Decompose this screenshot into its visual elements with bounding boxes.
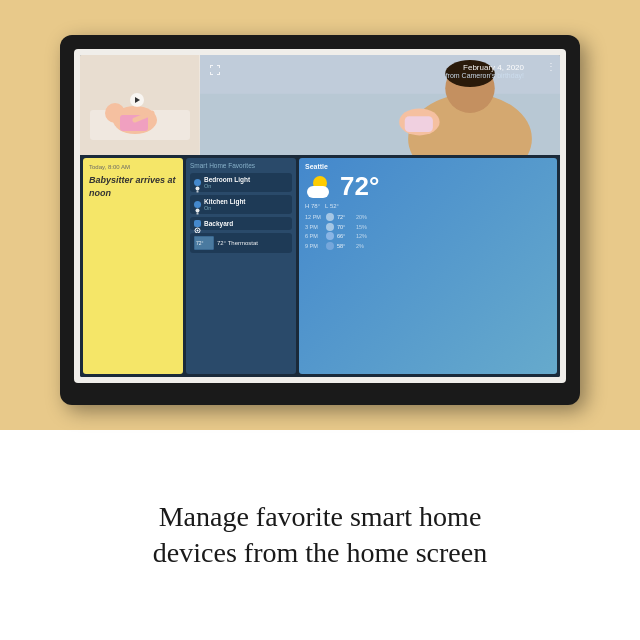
- backyard-camera-device[interactable]: Backyard: [190, 217, 292, 230]
- page-container: February 4, 2020 from Cameron's birthday…: [0, 0, 640, 640]
- smart-home-widget[interactable]: Smart Home Favorites: [186, 158, 296, 374]
- headline-line2: devices from the home screen: [153, 537, 487, 568]
- bottom-headline: Manage favorite smart home devices from …: [153, 499, 487, 572]
- photo-date-text: February 4, 2020: [446, 63, 524, 72]
- photo-baby: [80, 55, 200, 155]
- smart-home-title: Smart Home Favorites: [190, 162, 292, 169]
- photo-date-sub: from Cameron's birthday!: [446, 72, 524, 79]
- forecast-temp-2: 70°: [337, 224, 353, 230]
- weather-widget[interactable]: Seattle 72° H 78°: [299, 158, 557, 374]
- weather-city: Seattle: [305, 163, 551, 170]
- forecast-icon-1: [326, 213, 334, 221]
- forecast-temp-1: 72°: [337, 214, 353, 220]
- weather-range: H 78° L 52°: [305, 203, 551, 209]
- weather-icon: [305, 174, 335, 198]
- device-screen: February 4, 2020 from Cameron's birthday…: [80, 55, 560, 377]
- thermostat-label: 72° Thermostat: [217, 240, 258, 246]
- forecast-time-1: 12 PM: [305, 214, 323, 220]
- cloud-icon: [307, 186, 329, 198]
- forecast-precip-2: 15%: [356, 224, 367, 230]
- bottom-section: Manage favorite smart home devices from …: [0, 430, 640, 640]
- forecast-temp-4: 58°: [337, 243, 353, 249]
- photo-strip: February 4, 2020 from Cameron's birthday…: [80, 55, 560, 155]
- forecast-time-3: 6 PM: [305, 233, 323, 239]
- forecast-precip-4: 2%: [356, 243, 364, 249]
- kitchen-light-name: Kitchen Light: [204, 198, 288, 205]
- sticky-note-widget[interactable]: Today, 8:00 AM Babysitter arrives at noo…: [83, 158, 183, 374]
- forecast-icon-2: [326, 223, 334, 231]
- weather-main: 72°: [305, 173, 551, 199]
- expand-icon[interactable]: [210, 61, 220, 79]
- svg-point-15: [196, 209, 200, 213]
- sticky-time: Today, 8:00 AM: [89, 164, 177, 170]
- bedroom-light-info: Bedroom Light On: [204, 176, 288, 189]
- backyard-name: Backyard: [204, 220, 288, 227]
- kitchen-light-icon: [194, 201, 201, 208]
- svg-rect-12: [405, 116, 433, 132]
- forecast-row-4: 9 PM 58° 2%: [305, 242, 551, 250]
- forecast-row-1: 12 PM 72° 20%: [305, 213, 551, 221]
- headline-line1: Manage favorite smart home: [159, 501, 482, 532]
- light-icon: [194, 179, 201, 186]
- forecast-precip-3: 12%: [356, 233, 367, 239]
- thermostat-device[interactable]: 72° 72° Thermostat: [190, 233, 292, 253]
- weather-high: H 78°: [305, 203, 320, 209]
- kitchen-light-status: On: [204, 205, 288, 211]
- sticky-message: Babysitter arrives at noon: [89, 174, 177, 199]
- bedroom-light-status: On: [204, 183, 288, 189]
- top-section: February 4, 2020 from Cameron's birthday…: [0, 0, 640, 430]
- forecast-icon-4: [326, 242, 334, 250]
- thermostat-preview: 72°: [194, 236, 214, 250]
- photo-date: February 4, 2020 from Cameron's birthday…: [446, 63, 524, 79]
- svg-point-13: [196, 187, 200, 191]
- photo-more-icon[interactable]: ⋮: [546, 61, 556, 72]
- svg-point-18: [197, 230, 199, 232]
- forecast-time-4: 9 PM: [305, 243, 323, 249]
- photo-person: February 4, 2020 from Cameron's birthday…: [200, 55, 560, 155]
- play-button[interactable]: [130, 93, 144, 107]
- svg-rect-14: [197, 191, 199, 193]
- forecast-temp-3: 66°: [337, 233, 353, 239]
- kitchen-light-info: Kitchen Light On: [204, 198, 288, 211]
- forecast-icon-3: [326, 232, 334, 240]
- svg-text:72°: 72°: [196, 240, 204, 246]
- weather-forecast: 12 PM 72° 20% 3 PM 70° 15%: [305, 213, 551, 250]
- weather-temperature: 72°: [340, 173, 379, 199]
- forecast-row-2: 3 PM 70° 15%: [305, 223, 551, 231]
- forecast-time-2: 3 PM: [305, 224, 323, 230]
- kitchen-light-device[interactable]: Kitchen Light On: [190, 195, 292, 214]
- weather-low: L 52°: [325, 203, 339, 209]
- bedroom-light-device[interactable]: Bedroom Light On: [190, 173, 292, 192]
- widgets-area: Today, 8:00 AM Babysitter arrives at noo…: [80, 155, 560, 377]
- device-frame: February 4, 2020 from Cameron's birthday…: [60, 35, 580, 405]
- forecast-row-3: 6 PM 66° 12%: [305, 232, 551, 240]
- svg-rect-16: [197, 213, 199, 215]
- frame-matte: February 4, 2020 from Cameron's birthday…: [74, 49, 566, 383]
- backyard-info: Backyard: [204, 220, 288, 227]
- bedroom-light-name: Bedroom Light: [204, 176, 288, 183]
- forecast-precip-1: 20%: [356, 214, 367, 220]
- camera-icon: [194, 220, 201, 227]
